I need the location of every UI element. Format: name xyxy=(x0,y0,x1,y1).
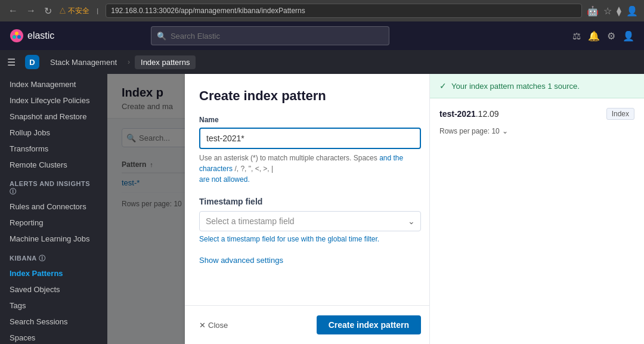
modal-footer: ✕ Close Create index pattern xyxy=(185,305,435,344)
hint-link[interactable]: and the characters xyxy=(199,154,403,173)
sidebar-item-label: Transforms xyxy=(10,144,48,153)
hint-chars: /, ?, ", <, >, | xyxy=(234,165,273,173)
bell-icon[interactable]: 🔔 xyxy=(588,30,600,42)
rows-value: 10 xyxy=(491,127,499,135)
timestamp-select[interactable]: Select a timestamp field xyxy=(199,211,421,231)
sidebar-item-ml-jobs[interactable]: Machine Learning Jobs xyxy=(0,231,107,247)
browser-chrome: ← → ↻ △ 不安全 | 🤖 ☆ ⧫ 👤 xyxy=(0,0,644,21)
sidebar-item-label: Tags xyxy=(10,301,26,310)
index-row: test-2021.12.09 Index xyxy=(439,108,634,120)
sidebar-item-label: Rollup Jobs xyxy=(10,128,50,137)
timestamp-select-wrapper: Select a timestamp field ⌄ xyxy=(199,211,421,231)
browser-icons: 🤖 ☆ ⧫ 👤 xyxy=(587,5,638,17)
user-icon[interactable]: 👤 xyxy=(623,30,634,42)
nav-bar: ☰ D Stack Management › Index patterns xyxy=(0,50,644,74)
advanced-settings-link[interactable]: Show advanced settings xyxy=(199,256,283,265)
timestamp-label: Timestamp field xyxy=(199,197,421,206)
back-button[interactable]: ← xyxy=(6,4,20,17)
sidebar-item-label: Index Management xyxy=(10,80,76,89)
sidebar-item-reporting[interactable]: Reporting xyxy=(0,215,107,231)
name-label: Name xyxy=(199,116,421,124)
svg-point-2 xyxy=(13,35,16,39)
sidebar-item-index-management[interactable]: Index Management xyxy=(0,76,107,92)
help-icon[interactable]: ⚖ xyxy=(572,30,581,42)
svg-point-3 xyxy=(17,35,21,39)
main-layout: Index Management Index Lifecycle Policie… xyxy=(0,74,644,344)
match-banner: ✓ Your index pattern matches 1 source. xyxy=(430,74,644,98)
sidebar-item-index-lifecycle[interactable]: Index Lifecycle Policies xyxy=(0,92,107,109)
index-name: test-2021.12.09 xyxy=(439,109,499,119)
close-modal-button[interactable]: ✕ Close xyxy=(199,321,228,330)
sidebar-item-snapshot-restore[interactable]: Snapshot and Restore xyxy=(0,109,107,125)
reload-button[interactable]: ↻ xyxy=(42,4,54,18)
modal-title: Create index pattern xyxy=(199,88,421,104)
sidebar-item-label: Spaces xyxy=(10,333,35,342)
svg-point-1 xyxy=(15,32,18,35)
sidebar-item-label: Remote Clusters xyxy=(10,160,67,169)
separator: | xyxy=(97,7,98,14)
sidebar-item-tags[interactable]: Tags xyxy=(0,297,107,314)
forward-button[interactable]: → xyxy=(24,4,38,17)
modal-overlay: Create index pattern Name Use an asteris… xyxy=(107,74,644,344)
workspace-badge[interactable]: D xyxy=(25,55,39,69)
sidebar-item-label: Saved Objects xyxy=(10,285,60,294)
sidebar-item-label: Snapshot and Restore xyxy=(10,112,86,121)
logo-text: elastic xyxy=(27,30,54,41)
breadcrumb-separator: › xyxy=(128,58,130,66)
name-input[interactable] xyxy=(199,128,421,149)
puzzle-icon: ⧫ xyxy=(617,5,621,17)
modal-body: Create index pattern Name Use an asteris… xyxy=(185,74,435,305)
breadcrumb-stack-management[interactable]: Stack Management xyxy=(44,55,123,69)
app-header: elastic 🔍 ⚖ 🔔 ⚙ 👤 xyxy=(0,21,644,50)
browser-controls: ← → ↻ xyxy=(6,4,54,18)
index-badge: Index xyxy=(606,108,634,120)
security-warning: △ 不安全 xyxy=(59,6,89,16)
sidebar-item-rules-connectors[interactable]: Rules and Connectors xyxy=(0,199,107,215)
global-search-input[interactable] xyxy=(151,26,389,45)
name-form-group: Name Use an asterisk (*) to match multip… xyxy=(199,116,421,185)
sidebar-item-saved-objects[interactable]: Saved Objects xyxy=(0,281,107,297)
profile-icon: 👤 xyxy=(626,5,638,17)
sidebar-item-transforms[interactable]: Transforms xyxy=(0,141,107,157)
checkmark-icon: ✓ xyxy=(439,81,447,91)
index-name-suffix: .12.09 xyxy=(476,109,499,119)
global-search: 🔍 xyxy=(151,26,389,45)
match-text: Your index pattern matches 1 source. xyxy=(451,82,580,91)
sidebar-item-remote-clusters[interactable]: Remote Clusters xyxy=(0,157,107,173)
content-area: Index patterns Create and manage index p… xyxy=(107,74,644,344)
close-label: Close xyxy=(208,321,228,330)
create-index-pattern-modal: Create index pattern Name Use an asteris… xyxy=(185,74,435,344)
right-panel: ✓ Your index pattern matches 1 source. t… xyxy=(429,74,644,344)
right-panel-body: test-2021.12.09 Index Rows per page: 10 … xyxy=(430,98,644,145)
close-x-icon: ✕ xyxy=(199,321,206,330)
sidebar-item-label: Search Sessions xyxy=(10,317,68,326)
settings-icon[interactable]: ⚙ xyxy=(607,30,615,42)
sidebar-item-spaces[interactable]: Spaces xyxy=(0,330,107,344)
address-bar[interactable] xyxy=(106,4,582,18)
info-icon-kibana: ⓘ xyxy=(39,255,46,262)
header-right: ⚖ 🔔 ⚙ 👤 xyxy=(572,30,634,42)
rows-label: Rows per page: 10 xyxy=(439,127,500,135)
sidebar-item-index-patterns[interactable]: Index Patterns xyxy=(0,265,107,281)
breadcrumb-index-patterns[interactable]: Index patterns xyxy=(135,55,196,69)
sidebar-item-label: Index Lifecycle Policies xyxy=(10,96,89,105)
sidebar: Index Management Index Lifecycle Policie… xyxy=(0,74,107,344)
elastic-logo-icon xyxy=(10,29,24,43)
elastic-logo: elastic xyxy=(10,29,54,43)
name-hint: Use an asterisk (*) to match multiple ch… xyxy=(199,153,421,185)
rows-chevron-icon[interactable]: ⌄ xyxy=(502,127,508,135)
sidebar-section-alerts: Alerts and Insights ⓘ xyxy=(0,173,107,199)
create-index-pattern-button[interactable]: Create index pattern xyxy=(317,315,421,334)
index-name-bold: test-2021 xyxy=(439,109,476,119)
sidebar-item-label: Rules and Connectors xyxy=(10,202,86,211)
sidebar-item-rollup-jobs[interactable]: Rollup Jobs xyxy=(0,125,107,141)
right-rows-per-page: Rows per page: 10 ⌄ xyxy=(439,127,634,135)
timestamp-hint: Select a timestamp field for use with th… xyxy=(199,235,421,243)
extension-icon: 🤖 xyxy=(587,5,599,17)
sidebar-section-kibana: Kibana ⓘ xyxy=(0,247,107,265)
info-icon: ⓘ xyxy=(10,188,17,195)
sidebar-item-search-sessions[interactable]: Search Sessions xyxy=(0,314,107,330)
sidebar-item-label: Machine Learning Jobs xyxy=(10,234,89,243)
sidebar-item-label: Index Patterns xyxy=(10,269,63,278)
hamburger-menu[interactable]: ☰ xyxy=(7,57,16,68)
